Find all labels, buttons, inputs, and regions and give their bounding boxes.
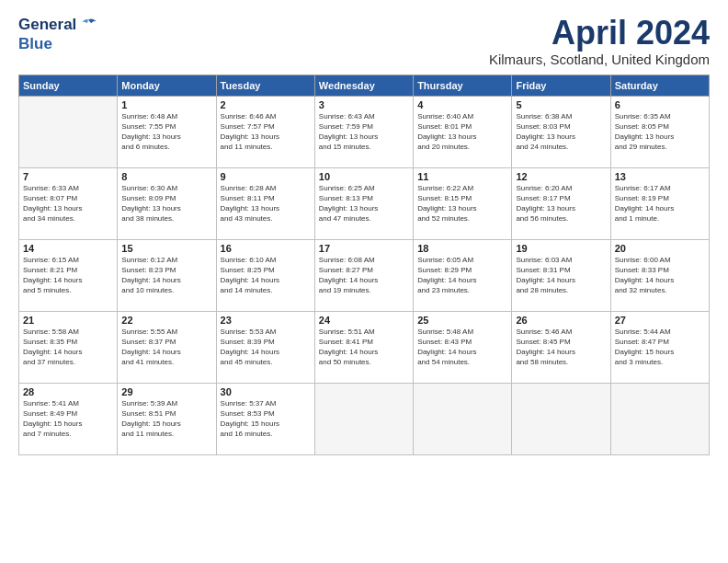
table-cell: 19Sunrise: 6:03 AMSunset: 8:31 PMDayligh…	[512, 239, 610, 311]
day-number: 11	[417, 171, 507, 182]
table-cell	[414, 383, 512, 454]
day-number: 9	[221, 171, 311, 182]
day-number: 29	[121, 386, 211, 397]
day-info: Sunrise: 6:28 AMSunset: 8:11 PMDaylight:…	[221, 183, 311, 224]
day-info: Sunrise: 5:39 AMSunset: 8:51 PMDaylight:…	[121, 398, 211, 440]
logo: General Blue	[18, 15, 98, 53]
table-cell: 24Sunrise: 5:51 AMSunset: 8:41 PMDayligh…	[314, 311, 413, 383]
table-cell	[19, 96, 118, 167]
table-cell: 17Sunrise: 6:08 AMSunset: 8:27 PMDayligh…	[314, 239, 413, 311]
table-cell: 21Sunrise: 5:58 AMSunset: 8:35 PMDayligh…	[19, 311, 118, 383]
table-cell: 11Sunrise: 6:22 AMSunset: 8:15 PMDayligh…	[414, 167, 512, 239]
day-number: 1	[121, 99, 211, 110]
table-cell: 18Sunrise: 6:05 AMSunset: 8:29 PMDayligh…	[414, 239, 512, 311]
calendar-week-row: 28Sunrise: 5:41 AMSunset: 8:49 PMDayligh…	[19, 383, 710, 454]
day-number: 12	[516, 171, 606, 182]
col-wednesday: Wednesday	[314, 75, 413, 96]
table-cell: 13Sunrise: 6:17 AMSunset: 8:19 PMDayligh…	[610, 167, 709, 239]
month-title: April 2024	[489, 15, 710, 52]
col-friday: Friday	[512, 75, 610, 96]
table-cell	[512, 383, 610, 454]
day-number: 5	[516, 99, 606, 110]
day-info: Sunrise: 6:08 AMSunset: 8:27 PMDaylight:…	[319, 255, 409, 296]
day-number: 17	[319, 243, 409, 254]
day-info: Sunrise: 6:03 AMSunset: 8:31 PMDaylight:…	[516, 255, 606, 296]
day-info: Sunrise: 6:20 AMSunset: 8:17 PMDaylight:…	[516, 183, 606, 224]
day-info: Sunrise: 5:53 AMSunset: 8:39 PMDaylight:…	[221, 327, 311, 368]
calendar-week-row: 14Sunrise: 6:15 AMSunset: 8:21 PMDayligh…	[19, 239, 710, 311]
day-info: Sunrise: 6:33 AMSunset: 8:07 PMDaylight:…	[23, 183, 113, 224]
page: General Blue April 2024 Kilmaurs, Scotla…	[0, 0, 728, 465]
day-number: 26	[516, 315, 606, 326]
table-cell: 10Sunrise: 6:25 AMSunset: 8:13 PMDayligh…	[314, 167, 413, 239]
day-number: 14	[23, 243, 113, 254]
col-saturday: Saturday	[610, 75, 709, 96]
table-cell: 5Sunrise: 6:38 AMSunset: 8:03 PMDaylight…	[512, 96, 610, 167]
day-info: Sunrise: 5:51 AMSunset: 8:41 PMDaylight:…	[319, 327, 409, 368]
day-number: 15	[121, 243, 211, 254]
day-number: 22	[121, 315, 211, 326]
day-number: 28	[23, 386, 113, 397]
table-cell: 7Sunrise: 6:33 AMSunset: 8:07 PMDaylight…	[19, 167, 118, 239]
day-info: Sunrise: 6:48 AMSunset: 7:55 PMDaylight:…	[121, 111, 211, 153]
calendar-week-row: 21Sunrise: 5:58 AMSunset: 8:35 PMDayligh…	[19, 311, 710, 383]
calendar-week-row: 7Sunrise: 6:33 AMSunset: 8:07 PMDaylight…	[19, 167, 710, 239]
table-cell: 4Sunrise: 6:40 AMSunset: 8:01 PMDaylight…	[414, 96, 512, 167]
day-info: Sunrise: 6:05 AMSunset: 8:29 PMDaylight:…	[417, 255, 507, 296]
col-sunday: Sunday	[19, 75, 118, 96]
day-info: Sunrise: 6:38 AMSunset: 8:03 PMDaylight:…	[516, 111, 606, 153]
header: General Blue April 2024 Kilmaurs, Scotla…	[18, 15, 710, 67]
day-info: Sunrise: 6:30 AMSunset: 8:09 PMDaylight:…	[121, 183, 211, 224]
calendar-table: Sunday Monday Tuesday Wednesday Thursday…	[18, 75, 710, 455]
table-cell	[610, 383, 709, 454]
day-info: Sunrise: 5:37 AMSunset: 8:53 PMDaylight:…	[221, 398, 311, 440]
table-cell: 3Sunrise: 6:43 AMSunset: 7:59 PMDaylight…	[314, 96, 413, 167]
day-info: Sunrise: 6:46 AMSunset: 7:57 PMDaylight:…	[221, 111, 311, 153]
table-cell: 9Sunrise: 6:28 AMSunset: 8:11 PMDaylight…	[216, 167, 314, 239]
day-number: 6	[615, 99, 705, 110]
table-cell: 2Sunrise: 6:46 AMSunset: 7:57 PMDaylight…	[216, 96, 314, 167]
col-monday: Monday	[118, 75, 216, 96]
day-info: Sunrise: 6:00 AMSunset: 8:33 PMDaylight:…	[615, 255, 705, 296]
day-number: 19	[516, 243, 606, 254]
day-info: Sunrise: 6:25 AMSunset: 8:13 PMDaylight:…	[319, 183, 409, 224]
table-cell: 14Sunrise: 6:15 AMSunset: 8:21 PMDayligh…	[19, 239, 118, 311]
day-number: 18	[417, 243, 507, 254]
day-info: Sunrise: 6:17 AMSunset: 8:19 PMDaylight:…	[615, 183, 705, 224]
day-info: Sunrise: 5:48 AMSunset: 8:43 PMDaylight:…	[417, 327, 507, 368]
table-cell: 8Sunrise: 6:30 AMSunset: 8:09 PMDaylight…	[118, 167, 216, 239]
table-cell: 22Sunrise: 5:55 AMSunset: 8:37 PMDayligh…	[118, 311, 216, 383]
table-cell: 29Sunrise: 5:39 AMSunset: 8:51 PMDayligh…	[118, 383, 216, 454]
day-info: Sunrise: 5:58 AMSunset: 8:35 PMDaylight:…	[23, 327, 113, 368]
day-info: Sunrise: 5:46 AMSunset: 8:45 PMDaylight:…	[516, 327, 606, 368]
calendar-header-row: Sunday Monday Tuesday Wednesday Thursday…	[19, 75, 710, 96]
day-number: 27	[615, 315, 705, 326]
logo-bird-icon	[78, 15, 98, 35]
day-number: 21	[23, 315, 113, 326]
col-thursday: Thursday	[414, 75, 512, 96]
day-info: Sunrise: 5:44 AMSunset: 8:47 PMDaylight:…	[615, 327, 705, 368]
table-cell: 6Sunrise: 6:35 AMSunset: 8:05 PMDaylight…	[610, 96, 709, 167]
table-cell: 27Sunrise: 5:44 AMSunset: 8:47 PMDayligh…	[610, 311, 709, 383]
table-cell: 26Sunrise: 5:46 AMSunset: 8:45 PMDayligh…	[512, 311, 610, 383]
day-info: Sunrise: 6:35 AMSunset: 8:05 PMDaylight:…	[615, 111, 705, 153]
day-number: 23	[221, 315, 311, 326]
day-info: Sunrise: 6:10 AMSunset: 8:25 PMDaylight:…	[221, 255, 311, 296]
table-cell: 28Sunrise: 5:41 AMSunset: 8:49 PMDayligh…	[19, 383, 118, 454]
day-info: Sunrise: 5:41 AMSunset: 8:49 PMDaylight:…	[23, 398, 113, 440]
table-cell: 25Sunrise: 5:48 AMSunset: 8:43 PMDayligh…	[414, 311, 512, 383]
day-info: Sunrise: 6:43 AMSunset: 7:59 PMDaylight:…	[319, 111, 409, 153]
day-number: 2	[221, 99, 311, 110]
day-number: 20	[615, 243, 705, 254]
day-number: 30	[221, 386, 311, 397]
col-tuesday: Tuesday	[216, 75, 314, 96]
table-cell: 23Sunrise: 5:53 AMSunset: 8:39 PMDayligh…	[216, 311, 314, 383]
day-info: Sunrise: 6:40 AMSunset: 8:01 PMDaylight:…	[417, 111, 507, 153]
table-cell: 15Sunrise: 6:12 AMSunset: 8:23 PMDayligh…	[118, 239, 216, 311]
title-block: April 2024 Kilmaurs, Scotland, United Ki…	[489, 15, 710, 67]
table-cell: 30Sunrise: 5:37 AMSunset: 8:53 PMDayligh…	[216, 383, 314, 454]
calendar-week-row: 1Sunrise: 6:48 AMSunset: 7:55 PMDaylight…	[19, 96, 710, 167]
day-info: Sunrise: 6:12 AMSunset: 8:23 PMDaylight:…	[121, 255, 211, 296]
day-info: Sunrise: 5:55 AMSunset: 8:37 PMDaylight:…	[121, 327, 211, 368]
logo-general: General	[18, 16, 76, 34]
